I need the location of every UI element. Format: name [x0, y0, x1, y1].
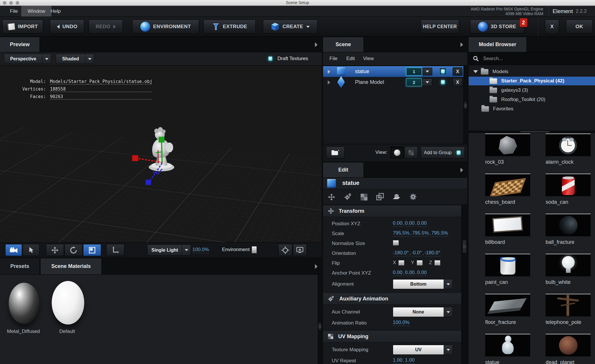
model-thumb-soda-can[interactable] — [546, 174, 591, 196]
panel-expand-icon[interactable] — [460, 168, 463, 172]
scale-x[interactable]: 795.5% — [393, 230, 410, 237]
orientation-x[interactable]: -180.0° — [393, 250, 409, 256]
view-wireframe-button[interactable] — [404, 147, 418, 158]
flip-y-checkbox[interactable] — [417, 260, 423, 266]
select-tool-button[interactable] — [23, 244, 40, 256]
panel-expand-icon[interactable] — [460, 42, 463, 47]
tree-item-models[interactable]: Models — [469, 67, 595, 76]
pan-view-tool-button[interactable] — [83, 244, 101, 256]
tab-model-browser[interactable]: Model Browser — [469, 37, 527, 52]
alignment-dropdown[interactable]: Bottom — [393, 279, 453, 289]
model-thumb-alarm-clock[interactable] — [546, 134, 591, 156]
panel-expand-icon[interactable] — [315, 42, 318, 47]
model-thumb-bulb-white[interactable] — [546, 254, 591, 276]
light-mode-dropdown[interactable]: Single Light — [147, 245, 191, 255]
flip-x-checkbox[interactable] — [398, 260, 404, 266]
uv-repeat-v[interactable]: 1.00 — [405, 357, 415, 364]
scene-row-statue[interactable]: statue 1 X — [323, 66, 467, 77]
tab-preview[interactable]: Preview — [0, 37, 40, 52]
model-thumb-telephone-pole[interactable] — [546, 294, 591, 316]
position-z[interactable]: 0.00 — [417, 220, 427, 227]
scene-menu-edit[interactable]: Edit — [346, 56, 355, 62]
scene-menu-file[interactable]: File — [329, 56, 337, 62]
expand-arrow-icon[interactable] — [328, 80, 330, 84]
aux-channel-dropdown[interactable]: None — [393, 307, 453, 317]
orientation-y[interactable]: -0.0° — [411, 250, 422, 256]
duplicate-icon[interactable] — [376, 193, 384, 201]
tab-scene-materials[interactable]: Scene Materials — [41, 258, 102, 274]
extrude-button[interactable]: EXTRUDE — [203, 20, 256, 34]
material-swatch-metal-diffused[interactable] — [9, 283, 40, 324]
model-thumb-chess-board[interactable] — [485, 174, 530, 196]
edit-properties-scrollbar[interactable] — [461, 205, 467, 364]
statue-model[interactable] — [96, 122, 200, 203]
visibility-toggle[interactable] — [440, 79, 446, 85]
environment-button[interactable]: ENVIRONMENT — [132, 20, 199, 34]
transform-section-header[interactable]: Transform — [323, 205, 461, 217]
scale-y[interactable]: 795.5% — [412, 230, 429, 237]
position-x[interactable]: 0.00 — [393, 220, 402, 227]
expand-arrow-icon[interactable] — [328, 70, 330, 74]
axis-tool-button[interactable] — [106, 244, 124, 256]
ok-button[interactable]: OK — [566, 20, 593, 34]
import-button[interactable]: IMPORT — [2, 20, 43, 34]
group-select[interactable]: 1 — [406, 68, 432, 75]
model-thumb-ball-fracture[interactable] — [546, 214, 591, 236]
undo-button[interactable]: UNDO — [50, 20, 84, 34]
cancel-button[interactable]: X — [545, 20, 559, 34]
3d-viewport[interactable]: Model:Models/Starter_Pack_Physical/statu… — [0, 66, 322, 242]
position-y[interactable]: 0.00 — [405, 220, 415, 227]
rotate-tool-button[interactable] — [64, 244, 83, 256]
view-shaded-button[interactable] — [390, 147, 404, 158]
search-input[interactable] — [483, 55, 578, 62]
scale-z[interactable]: 795.5% — [431, 230, 448, 237]
transform-icon[interactable] — [328, 193, 335, 201]
material-swatch-default[interactable] — [52, 281, 84, 325]
model-thumb-floor-fracture[interactable] — [485, 294, 530, 316]
visibility-toggle[interactable] — [440, 68, 446, 74]
scene-scrollbar[interactable] — [463, 66, 467, 144]
uv-mapping-section-header[interactable]: UV Mapping — [323, 330, 461, 343]
preview-zoom-value[interactable]: 100.0% — [192, 247, 209, 253]
menu-help[interactable]: Help — [44, 6, 67, 17]
shading-mode-dropdown[interactable]: Shaded — [56, 54, 94, 64]
add-to-group-button[interactable]: Add to Group — [421, 147, 465, 158]
camera-mode-dropdown[interactable]: Perspective — [4, 54, 51, 64]
model-thumb-paint-can[interactable] — [485, 254, 530, 276]
group-select[interactable]: 2 — [406, 78, 432, 86]
browser-splitter[interactable] — [469, 131, 595, 133]
tree-item-favorites[interactable]: Favorites — [469, 104, 595, 113]
fullscreen-preview-button[interactable] — [293, 244, 307, 256]
tree-item-galaxys3[interactable]: galaxys3 (3) — [469, 86, 595, 95]
draft-textures-checkbox[interactable] — [267, 55, 273, 62]
model-thumb-dead-planet[interactable] — [546, 334, 591, 356]
model-thumb-statue[interactable] — [485, 334, 530, 356]
materials-scrollbar[interactable] — [318, 275, 322, 364]
model-thumb-rock-03[interactable] — [485, 134, 530, 156]
tab-edit[interactable]: Edit — [323, 163, 364, 177]
add-to-group-checkbox[interactable] — [456, 149, 462, 156]
anchor-z[interactable]: 0.00 — [417, 270, 427, 276]
3d-store-button[interactable]: 3D STORE 2 — [470, 20, 524, 34]
anchor-y[interactable]: 0.00 — [405, 270, 415, 276]
auxiliary-animation-icon[interactable] — [344, 193, 352, 201]
scene-menu-view[interactable]: View — [363, 56, 374, 62]
texture-mapping-dropdown[interactable]: UV — [393, 345, 453, 355]
uv-mapping-icon[interactable] — [360, 193, 368, 201]
panel-expand-icon[interactable] — [315, 264, 318, 269]
delete-object-button[interactable]: X — [453, 78, 463, 87]
uv-repeat-u[interactable]: 1.00 — [393, 357, 402, 364]
camera-tool-button[interactable] — [5, 244, 22, 256]
help-center-button[interactable]: HELP CENTER — [421, 20, 459, 34]
scene-row-plane-model[interactable]: Plane Model 2 X — [323, 77, 467, 88]
normalize-size-checkbox[interactable] — [393, 240, 399, 246]
bevel-extrude-icon[interactable] — [392, 193, 401, 200]
expanded-arrow-icon[interactable] — [473, 70, 478, 73]
tab-presets[interactable]: Presets — [0, 258, 40, 274]
animation-ratio-value[interactable]: 100.0% — [393, 320, 410, 326]
model-thumb-billboard[interactable] — [485, 214, 530, 236]
move-tool-button[interactable] — [46, 244, 64, 256]
delete-object-button[interactable]: X — [453, 67, 463, 76]
redo-button[interactable]: REDO — [89, 20, 123, 34]
focus-target-button[interactable] — [278, 244, 292, 256]
